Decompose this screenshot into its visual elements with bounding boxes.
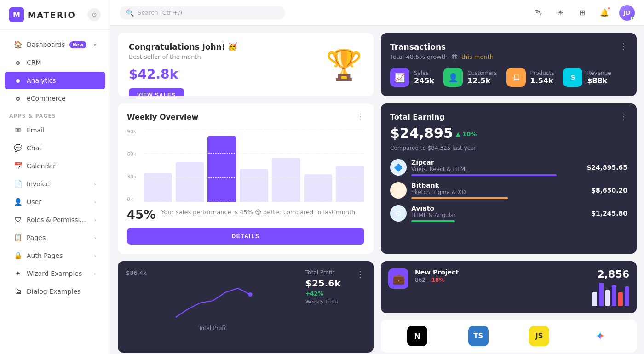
- sidebar-item-ecommerce[interactable]: eCommerce: [5, 90, 105, 107]
- bar-6: [304, 174, 333, 202]
- weekly-description: Your sales performance is 45% 😎 better c…: [161, 208, 355, 217]
- sidebar-item-chat[interactable]: 💬 Chat: [5, 139, 105, 157]
- sidebar-nav: 🏠 Dashboards New ▾ CRM Analytics eCommer…: [0, 30, 110, 306]
- translate-btn[interactable]: [531, 6, 546, 20]
- earning-title: Total Earning: [390, 113, 627, 121]
- weekly-title: Weekly Overview: [127, 113, 364, 121]
- email-icon: ✉: [14, 126, 22, 134]
- profit-chart: $86.4k Total Profit: [126, 269, 300, 344]
- sidebar-item-pages[interactable]: 📋 Pages ›: [5, 229, 105, 246]
- sidebar-item-roles[interactable]: 🛡 Roles & Permissi... ›: [5, 211, 105, 228]
- sidebar-item-user[interactable]: 👤 User ›: [5, 193, 105, 211]
- customers-icon: 👤: [443, 68, 463, 87]
- next-logo[interactable]: N: [407, 326, 427, 346]
- zipcar-name: Zipcar: [411, 159, 582, 166]
- zipcar-progress: [411, 174, 557, 176]
- sidebar-item-email[interactable]: ✉ Email: [5, 121, 105, 139]
- aviato-icon: ⚙: [390, 205, 407, 222]
- weekly-overview-card: ⋮ Weekly Overview 90k 60k 30k 0k: [118, 103, 374, 254]
- products-label: Products: [530, 70, 554, 76]
- notification-badge: [607, 6, 611, 10]
- notification-btn[interactable]: 🔔: [597, 6, 612, 20]
- pbar-5: [618, 292, 623, 306]
- search-box[interactable]: 🔍 Search (Ctrl+/): [120, 6, 285, 19]
- bitbank-sub: Sketch, Figma & XD: [411, 189, 586, 195]
- profit-amount: $25.6k: [305, 278, 365, 289]
- sidebar-item-label: Calendar: [27, 162, 56, 170]
- bar-1: [144, 173, 172, 202]
- sidebar-item-label: Pages: [27, 234, 46, 241]
- project-bars: [592, 283, 629, 306]
- sidebar-item-dashboards[interactable]: 🏠 Dashboards New ▾: [5, 36, 105, 53]
- sidebar-item-auth[interactable]: 🔒 Auth Pages ›: [5, 247, 105, 264]
- profit-menu-btn[interactable]: ⋮: [356, 269, 365, 279]
- svg-point-0: [248, 292, 253, 297]
- header: 🔍 Search (Ctrl+/) ☀ ⊞ 🔔 JD: [110, 0, 644, 26]
- revenue-label: Revenue: [587, 70, 611, 76]
- sidebar-item-label: Roles & Permissi...: [27, 216, 86, 223]
- sidebar-item-dialog[interactable]: 🗂 Dialog Examples: [5, 283, 105, 300]
- bar-2: [176, 162, 204, 202]
- details-button[interactable]: DETAILS: [127, 228, 364, 245]
- dot-icon: [14, 94, 22, 103]
- tech-logos-card: N TS JS ✦: [381, 320, 637, 353]
- bar-7: [336, 166, 364, 202]
- chart-y-labels: 90k 60k 30k 0k: [127, 129, 136, 202]
- earning-amount: $24,895: [390, 125, 453, 141]
- sidebar-item-invoice[interactable]: 📄 Invoice ›: [5, 175, 105, 193]
- sidebar-toggle-btn[interactable]: ⊙: [88, 8, 101, 21]
- avatar[interactable]: JD: [619, 5, 635, 21]
- revenue-icon: $: [563, 68, 582, 87]
- chart-area: 90k 60k 30k 0k: [127, 129, 364, 202]
- bitbank-amount: $8,650.20: [591, 187, 627, 194]
- sales-label: Sales: [414, 70, 434, 76]
- sidebar-item-crm[interactable]: CRM: [5, 54, 105, 71]
- sidebar-item-wizard[interactable]: ✦ Wizard Examples ›: [5, 265, 105, 282]
- transactions-title: Transactions: [390, 42, 627, 51]
- grid-btn[interactable]: ⊞: [575, 6, 590, 20]
- sidebar-item-label: CRM: [27, 59, 41, 66]
- earning-compare: Compared to $84,325 last year: [390, 145, 627, 151]
- chat-icon: 💬: [14, 144, 22, 152]
- bitbank-name: Bitbank: [411, 182, 586, 189]
- search-placeholder: Search (Ctrl+/): [138, 9, 182, 16]
- sidebar-item-calendar[interactable]: 📅 Calendar: [5, 157, 105, 175]
- bitbank-progress: [411, 197, 508, 199]
- bar-3-active: [207, 136, 236, 202]
- sidebar-item-label: Invoice: [27, 180, 50, 188]
- zipcar-sub: Vuejs, React & HTML: [411, 166, 582, 172]
- javascript-logo[interactable]: JS: [529, 326, 549, 346]
- lock-icon: 🔒: [14, 251, 22, 260]
- dashboard: Congratulations John! 🥳 Best seller of t…: [110, 26, 644, 354]
- theme-btn[interactable]: ☀: [553, 6, 568, 20]
- chevron-right-icon: ›: [94, 181, 96, 187]
- transactions-card: ⋮ Transactions Total 48.5% growth 😎 this…: [381, 33, 637, 96]
- project-value: 862 -18%: [415, 277, 586, 283]
- earning-menu-btn[interactable]: ⋮: [619, 112, 628, 121]
- chevron-right-icon: ›: [94, 253, 96, 259]
- sidebar-item-label: Chat: [27, 144, 42, 152]
- stat-customers: 👤 Customers 12.5k: [443, 68, 497, 87]
- sales-icon: 📈: [390, 68, 409, 87]
- pbar-3: [605, 290, 610, 306]
- bitbank-icon: ⚡: [390, 182, 407, 199]
- chevron-down-icon: ▾: [93, 42, 96, 48]
- transactions-subtitle: Total 48.5% growth 😎 this month: [390, 53, 627, 60]
- zipcar-icon: 🔷: [390, 159, 407, 176]
- transactions-menu-btn[interactable]: ⋮: [619, 41, 628, 51]
- chevron-right-icon: ›: [94, 199, 96, 205]
- typescript-logo[interactable]: TS: [468, 326, 489, 346]
- stats-row: 📈 Sales 245k 👤 Customers 12.5k 🖥: [390, 68, 627, 87]
- weekly-menu-btn[interactable]: ⋮: [356, 112, 365, 121]
- aviato-name: Aviato: [411, 205, 586, 212]
- chevron-right-icon: ›: [94, 235, 96, 241]
- home-icon: 🏠: [14, 40, 22, 49]
- sidebar-item-analytics[interactable]: Analytics: [5, 72, 105, 89]
- pbar-6: [625, 286, 629, 306]
- view-sales-button[interactable]: VIEW SALES: [129, 88, 184, 96]
- shield-icon: 🛡: [14, 216, 22, 224]
- stat-sales: 📈 Sales 245k: [390, 68, 434, 87]
- project-menu-btn[interactable]: ⋮: [619, 268, 628, 277]
- figma-logo[interactable]: ✦: [590, 326, 610, 346]
- user-icon: 👤: [14, 198, 22, 206]
